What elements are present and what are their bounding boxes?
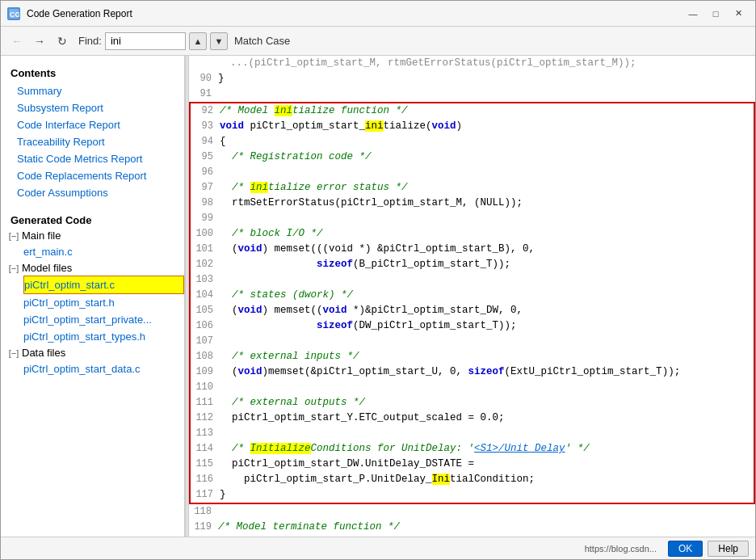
code-line-119: 119 /* Model terminate function */ xyxy=(189,520,755,535)
code-line-top: ...(piCtrl_optim_start_M, rtmGetErrorSta… xyxy=(189,56,755,71)
close-button[interactable]: ✕ xyxy=(728,6,749,22)
code-line-107: 107 xyxy=(191,334,754,349)
sidebar: Contents Summary Subsystem Report Code I… xyxy=(1,56,185,537)
line-num-114: 114 xyxy=(191,441,220,456)
code-line-102: 102 sizeof(B_piCtrl_optim_start_T)); xyxy=(191,257,754,272)
line-num-97: 97 xyxy=(191,180,220,195)
tree-file-ert-main[interactable]: ert_main.c xyxy=(23,243,184,260)
line-num-108: 108 xyxy=(191,349,220,364)
title-bar: CG Code Generation Report — □ ✕ xyxy=(1,1,755,27)
code-line-96: 96 xyxy=(191,165,754,180)
search-prev-button[interactable]: ▲ xyxy=(189,32,207,50)
line-num-93: 93 xyxy=(191,119,220,133)
tree-file-pictrl-types[interactable]: piCtrl_optim_start_types.h xyxy=(23,328,184,345)
line-num-102: 102 xyxy=(191,257,220,272)
tree-child-main: ert_main.c xyxy=(1,243,184,260)
window-controls: — □ ✕ xyxy=(682,6,749,22)
code-line-118: 118 xyxy=(189,504,755,520)
generated-code-title: Generated Code xyxy=(1,209,184,228)
line-num-92: 92 xyxy=(191,103,220,118)
code-line-114: 114 /* InitializeConditions for UnitDela… xyxy=(191,441,754,457)
line-num-90: 90 xyxy=(189,71,218,86)
tree-file-data-c[interactable]: piCtrl_optim_start_data.c xyxy=(23,360,184,377)
code-line-106: 106 sizeof(DW_piCtrl_optim_start_T)); xyxy=(191,318,754,334)
code-line-93: 93 void piCtrl_optim_start_initialize(vo… xyxy=(191,119,754,134)
find-label: Find: xyxy=(78,35,102,47)
line-num-96: 96 xyxy=(191,165,220,179)
sidebar-link-coder-assumptions[interactable]: Coder Assumptions xyxy=(1,184,184,201)
url-text: https://blog.csdn... xyxy=(7,544,657,554)
refresh-button[interactable]: ↻ xyxy=(52,32,72,51)
tree-file-pictrl-c[interactable]: piCtrl_optim_start.c xyxy=(23,276,184,294)
tree-section-main[interactable]: [−] Main file xyxy=(1,228,184,243)
line-num-107: 107 xyxy=(191,334,220,348)
code-line-108: 108 /* external inputs */ xyxy=(191,349,754,364)
tree-file-pictrl-private[interactable]: piCtrl_optim_start_private... xyxy=(23,311,184,328)
code-content: ...(piCtrl_optim_start_M, rtmGetErrorSta… xyxy=(189,56,755,537)
tree-toggle-data: [−] xyxy=(7,348,20,358)
tree-section-model[interactable]: [−] Model files xyxy=(1,260,184,276)
code-line-109: 109 (void)memset(&piCtrl_optim_start_U, … xyxy=(191,364,754,380)
code-line-103: 103 xyxy=(191,272,754,288)
sidebar-link-traceability[interactable]: Traceability Report xyxy=(1,133,184,150)
contents-title: Contents xyxy=(1,62,184,82)
code-line-101: 101 (void) memset(((void *) &piCtrl_opti… xyxy=(191,242,754,257)
sidebar-link-code-interface[interactable]: Code Interface Report xyxy=(1,116,184,133)
code-line-99: 99 xyxy=(191,211,754,226)
maximize-button[interactable]: □ xyxy=(705,6,726,22)
line-num-98: 98 xyxy=(191,196,220,210)
sidebar-link-static-code[interactable]: Static Code Metrics Report xyxy=(1,150,184,167)
tree-section-data[interactable]: [−] Data files xyxy=(1,345,184,360)
help-button[interactable]: Help xyxy=(708,541,749,557)
code-line-112: 112 piCtrl_optim_start_Y.ETC_output_scal… xyxy=(191,411,754,426)
code-line-117: 117 } xyxy=(191,487,754,503)
code-line-91: 91 xyxy=(189,86,755,102)
line-num-103: 103 xyxy=(191,272,220,287)
line-num-118: 118 xyxy=(189,504,218,519)
ok-button[interactable]: OK xyxy=(668,541,703,557)
back-button[interactable]: ← xyxy=(7,32,27,51)
code-line-116: 116 piCtrl_optim_start_P.UnitDelay_Initi… xyxy=(191,472,754,487)
code-area: ...(piCtrl_optim_start_M, rtmGetErrorSta… xyxy=(189,56,755,537)
line-num-106: 106 xyxy=(191,318,220,333)
tree-file-pictrl-h[interactable]: piCtrl_optim_start.h xyxy=(23,294,184,311)
main-area: Contents Summary Subsystem Report Code I… xyxy=(1,56,755,537)
line-num-94: 94 xyxy=(191,134,220,149)
search-input[interactable] xyxy=(105,32,186,50)
code-line-92: 92 /* Model initialize function */ xyxy=(191,103,754,119)
tree-section-data-label: Data files xyxy=(22,347,65,359)
search-next-button[interactable]: ▼ xyxy=(210,32,228,50)
line-num-110: 110 xyxy=(191,380,220,394)
code-line-90: 90 } xyxy=(189,71,755,86)
code-line-100: 100 /* block I/O */ xyxy=(191,226,754,242)
line-num-111: 111 xyxy=(191,395,220,410)
line-num-112: 112 xyxy=(191,411,220,425)
code-line-97: 97 /* initialize error status */ xyxy=(191,180,754,196)
code-scroll[interactable]: ...(piCtrl_optim_start_M, rtmGetErrorSta… xyxy=(189,56,755,537)
code-line-98: 98 rtmSetErrorStatus(piCtrl_optim_start_… xyxy=(191,196,754,211)
line-num-101: 101 xyxy=(191,242,220,256)
line-num-116: 116 xyxy=(191,472,220,486)
line-num-113: 113 xyxy=(191,426,220,440)
line-num-99: 99 xyxy=(191,211,220,225)
sidebar-link-summary[interactable]: Summary xyxy=(1,82,184,99)
sidebar-link-code-replacements[interactable]: Code Replacements Report xyxy=(1,167,184,184)
line-num-109: 109 xyxy=(191,364,220,379)
code-line-110: 110 xyxy=(191,380,754,395)
sidebar-scroll[interactable]: Contents Summary Subsystem Report Code I… xyxy=(1,56,184,537)
main-window: CG Code Generation Report — □ ✕ ← → ↻ Fi… xyxy=(0,0,756,560)
code-line-111: 111 /* external outputs */ xyxy=(191,395,754,411)
code-line-94: 94 { xyxy=(191,134,754,149)
tree-toggle-model: [−] xyxy=(7,263,20,273)
minimize-button[interactable]: — xyxy=(682,6,704,22)
code-line-113: 113 xyxy=(191,426,754,441)
line-num-100: 100 xyxy=(191,226,220,241)
line-num-115: 115 xyxy=(191,457,220,471)
sidebar-link-subsystem[interactable]: Subsystem Report xyxy=(1,99,184,116)
forward-button[interactable]: → xyxy=(30,32,49,51)
line-num-117: 117 xyxy=(191,487,220,502)
line-num-104: 104 xyxy=(191,288,220,302)
code-line-105: 105 (void) memset((void *)&piCtrl_optim_… xyxy=(191,303,754,318)
toolbar: ← → ↻ Find: ▲ ▼ Match Case xyxy=(1,27,755,56)
line-num-95: 95 xyxy=(191,149,220,164)
